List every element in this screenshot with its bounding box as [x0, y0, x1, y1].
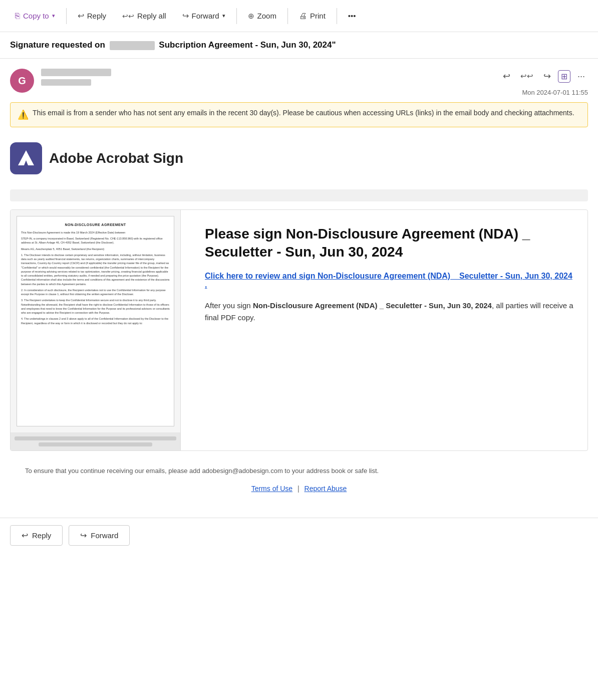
- doc-preview-title: NON-DISCLOSURE AGREEMENT: [21, 222, 170, 227]
- header-divider-bar: [10, 189, 588, 201]
- email-viewer: G ↩ ↩↩ ↪ ⊞ ··· Mon 2024-07-01 11:55 ⚠️ T…: [0, 59, 598, 518]
- email-forward-button[interactable]: ↪: [540, 69, 554, 84]
- email-footer-links: Terms of Use | Report Abuse: [10, 485, 588, 493]
- copy-to-icon: ⎘: [15, 12, 20, 21]
- warning-text: This email is from a sender who has not …: [33, 108, 574, 118]
- report-abuse-link[interactable]: Report Abuse: [305, 485, 347, 493]
- subject-suffix: Subcription Agreement - Sun, Jun 30, 202…: [159, 40, 336, 50]
- doc-preview-para3: 3. The Recipient undertakes to keep the …: [21, 298, 170, 315]
- sign-section: NON-DISCLOSURE AGREEMENT This Non-Disclo…: [10, 209, 588, 451]
- print-label: Print: [310, 12, 326, 20]
- zoom-icon: ⊕: [248, 12, 254, 21]
- print-icon: 🖨: [299, 12, 307, 21]
- sign-title: Please sign Non-Disclousure Agreement (N…: [205, 225, 575, 262]
- bottom-reply-button[interactable]: ↩ Reply: [10, 525, 63, 546]
- bottom-reply-label: Reply: [32, 531, 51, 540]
- terms-of-use-link[interactable]: Terms of Use: [251, 485, 292, 493]
- bottom-reply-icon: ↩: [22, 531, 28, 540]
- forward-label: Forward: [192, 12, 219, 20]
- email-header-row: G ↩ ↩↩ ↪ ⊞ ··· Mon 2024-07-01 11:55: [10, 69, 588, 96]
- subject-bar: Signature requested on Subcription Agree…: [0, 32, 598, 59]
- doc-preview-para1: 1. The Discloser intends to disclose cer…: [21, 253, 170, 286]
- sender-name-redacted: [41, 69, 111, 76]
- copy-to-label: Copy to: [23, 12, 49, 20]
- reply-all-button[interactable]: ↩↩ Reply all: [115, 8, 173, 24]
- email-sender-area: G: [10, 69, 111, 93]
- doc-name-bold: Non-Disclousure Agreement (NDA) _ Secule…: [253, 301, 492, 310]
- footer-separator: |: [297, 485, 300, 493]
- email-footer-text: To ensure that you continue receiving ou…: [10, 466, 588, 477]
- doc-preview-footer: [11, 432, 180, 450]
- sign-content: Please sign Non-Disclousure Agreement (N…: [193, 210, 587, 450]
- adobe-logo-icon: [10, 142, 42, 174]
- toolbar-divider-1: [66, 8, 67, 24]
- warning-banner: ⚠️ This email is from a sender who has n…: [10, 102, 588, 127]
- email-timestamp: Mon 2024-07-01 11:55: [522, 89, 588, 96]
- sign-link[interactable]: Click here to review and sign Non-Disclo…: [205, 272, 575, 290]
- doc-preview-line1: This Non-Disclosure Agreement is made th…: [21, 230, 170, 235]
- toolbar: ⎘ Copy to ▾ ↩ Reply ↩↩ Reply all ↪ Forwa…: [0, 0, 598, 32]
- toolbar-divider-3: [287, 8, 288, 24]
- doc-preview-line3: Mearrs AG, Aeschenplatz 5, 4051 Basel, S…: [21, 247, 170, 251]
- doc-preview-para2: 2. In consideration of such disclosure, …: [21, 288, 170, 297]
- reply-all-icon: ↩↩: [122, 12, 134, 20]
- email-reply-button[interactable]: ↩: [500, 69, 513, 84]
- forward-chevron-icon: ▾: [222, 13, 225, 19]
- forward-icon: ↪: [182, 11, 189, 21]
- toolbar-divider-2: [236, 8, 237, 24]
- toolbar-divider-4: [337, 8, 337, 24]
- email-reply-all-button[interactable]: ↩↩: [517, 70, 536, 83]
- sender-info: [41, 69, 111, 86]
- email-body: Adobe Acrobat Sign NON-DISCLOSURE AGREEM…: [10, 137, 588, 518]
- print-button[interactable]: 🖨 Print: [292, 8, 333, 25]
- bottom-forward-icon: ↪: [80, 531, 87, 540]
- reply-label: Reply: [87, 12, 106, 20]
- reply-button[interactable]: ↩ Reply: [71, 7, 113, 25]
- doc-preview-para4: 4. The undertakings in clauses 2 and 3 a…: [21, 317, 170, 325]
- avatar: G: [10, 69, 34, 93]
- forward-button[interactable]: ↪ Forward ▾: [175, 7, 232, 25]
- bottom-forward-label: Forward: [91, 531, 118, 540]
- subject-redacted-name: [110, 41, 155, 50]
- subject-prefix: Signature requested on: [10, 40, 105, 50]
- email-grid-button[interactable]: ⊞: [558, 70, 570, 83]
- warning-icon: ⚠️: [18, 108, 29, 122]
- adobe-brand-name: Adobe Acrobat Sign: [49, 150, 183, 166]
- reply-all-label: Reply all: [137, 12, 166, 20]
- doc-footer-line1: [15, 436, 176, 440]
- doc-preview-inner: NON-DISCLOSURE AGREEMENT This Non-Disclo…: [17, 216, 174, 426]
- more-options-button[interactable]: •••: [341, 8, 363, 24]
- doc-preview-line2: STEP-IN, a company incorporated in Basel…: [21, 237, 170, 245]
- email-more-button[interactable]: ···: [574, 69, 588, 84]
- more-options-icon: •••: [348, 12, 356, 20]
- email-action-icons: ↩ ↩↩ ↪ ⊞ ···: [500, 69, 588, 84]
- bottom-action-bar: ↩ Reply ↪ Forward: [0, 518, 598, 553]
- sender-email-redacted: [41, 79, 91, 86]
- sign-description: After you sign Non-Disclousure Agreement…: [205, 300, 575, 324]
- doc-footer-line2: [39, 442, 152, 446]
- zoom-label: Zoom: [257, 12, 276, 20]
- adobe-logo-section: Adobe Acrobat Sign: [10, 137, 588, 179]
- copy-to-button[interactable]: ⎘ Copy to ▾: [8, 8, 62, 25]
- copy-to-chevron-icon: ▾: [52, 13, 55, 19]
- email-meta-right: ↩ ↩↩ ↪ ⊞ ··· Mon 2024-07-01 11:55: [500, 69, 588, 96]
- after-sign-prefix: After you sign: [205, 301, 253, 310]
- reply-icon: ↩: [78, 11, 84, 21]
- doc-preview: NON-DISCLOSURE AGREEMENT This Non-Disclo…: [11, 210, 181, 450]
- bottom-forward-button[interactable]: ↪ Forward: [69, 525, 130, 546]
- zoom-button[interactable]: ⊕ Zoom: [241, 8, 283, 25]
